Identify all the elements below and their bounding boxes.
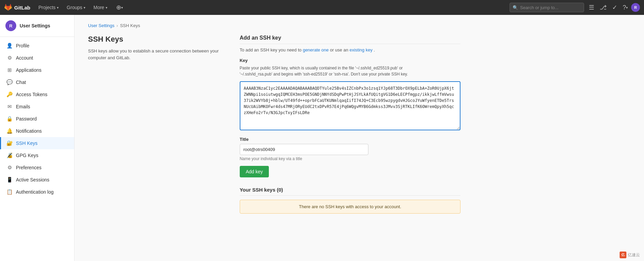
access-tokens-icon: 🔑 [6, 91, 13, 97]
title-field-label: Title [240, 137, 460, 142]
sidebar-item-ssh-keys[interactable]: 🔐 SSH Keys [0, 137, 74, 149]
breadcrumb-parent[interactable]: User Settings [88, 23, 114, 28]
nav-more[interactable]: More ▾ [91, 3, 110, 12]
form-intro: To add an SSH key you need to generate o… [240, 47, 460, 52]
sidebar-item-label: Active Sessions [16, 177, 49, 182]
sidebar-item-profile[interactable]: 👤 Profile [0, 40, 74, 52]
sidebar-item-password[interactable]: 🔒 Password [0, 113, 74, 125]
sidebar-item-label: Emails [16, 104, 30, 109]
watermark-logo: 亿 [620, 252, 626, 258]
sidebar-item-label: Authentication log [16, 189, 53, 195]
sidebar-item-label: GPG Keys [16, 153, 38, 158]
search-box[interactable]: 🔍 [510, 3, 584, 12]
breadcrumb-separator: › [116, 23, 118, 28]
generate-one-link[interactable]: generate one [303, 47, 329, 52]
sidebar-item-label: Password [16, 116, 37, 122]
sidebar-item-applications[interactable]: ⊞ Applications [0, 64, 74, 76]
topnav-right-actions: ☰ ⎇ ✓ ? ▾ R [587, 2, 640, 13]
sidebar-item-label: Account [16, 55, 33, 61]
nav-projects[interactable]: Projects ▾ [36, 3, 62, 12]
breadcrumb: User Settings › SSH Keys [88, 23, 630, 28]
auth-log-icon: 📋 [6, 189, 13, 195]
sidebar-item-label: Notifications [16, 128, 42, 134]
chevron-down-icon: ▾ [626, 6, 628, 9]
notifications-icon: 🔔 [6, 128, 13, 134]
existing-key-link[interactable]: existing key [349, 47, 372, 52]
chevron-down-icon: ▾ [57, 6, 59, 9]
search-icon: 🔍 [513, 5, 518, 10]
brand-logo[interactable]: GitLab [4, 3, 30, 12]
chat-icon: 💬 [6, 79, 13, 85]
password-icon: 🔒 [6, 116, 13, 122]
sidebar-item-access-tokens[interactable]: 🔑 Access Tokens [0, 88, 74, 101]
watermark-text: 亿速云 [628, 252, 640, 258]
left-panel: SSH Keys SSH keys allow you to establish… [88, 35, 226, 214]
main-content: User Settings › SSH Keys SSH Keys SSH ke… [74, 15, 644, 261]
terminal-button[interactable]: ☰ [587, 2, 596, 13]
chevron-down-icon: ▾ [121, 6, 123, 9]
search-input[interactable] [520, 5, 581, 10]
sidebar-item-chat[interactable]: 💬 Chat [0, 76, 74, 88]
sidebar-item-preferences[interactable]: ⚙ Preferences [0, 161, 74, 174]
sidebar-item-label: Profile [16, 43, 29, 48]
sidebar-item-label: Access Tokens [16, 92, 47, 97]
sidebar-avatar: R [5, 20, 16, 31]
merge-request-button[interactable]: ⎇ [598, 2, 609, 13]
emails-icon: ✉ [6, 104, 13, 110]
sidebar-item-label: Preferences [16, 165, 41, 170]
new-item-button[interactable]: ⊕ ▾ [114, 2, 125, 13]
watermark: 亿 亿速云 [620, 252, 640, 258]
sidebar-item-auth-log[interactable]: 📋 Authentication log [0, 186, 74, 198]
user-avatar[interactable]: R [631, 3, 640, 12]
title-hint: Name your individual key via a title [240, 156, 460, 161]
applications-icon: ⊞ [6, 67, 13, 73]
form-heading: Add an SSH key [240, 35, 460, 44]
sidebar-item-label: SSH Keys [16, 140, 38, 146]
chevron-down-icon: ▾ [84, 6, 85, 9]
active-sessions-icon: 📱 [6, 177, 13, 183]
content-grid: SSH Keys SSH keys allow you to establish… [88, 35, 460, 214]
account-icon: ⚙ [6, 55, 13, 61]
help-button[interactable]: ? ▾ [621, 2, 630, 13]
breadcrumb-current: SSH Keys [120, 23, 140, 28]
sidebar: R User Settings 👤 Profile ⚙ Account ⊞ Ap… [0, 15, 74, 261]
key-textarea[interactable]: AAAAB3NzaC1yc2EAAAADAQABAAABAQDTYule25Bv… [240, 81, 460, 130]
sidebar-title: User Settings [20, 23, 50, 28]
form-section: Add an SSH key To add an SSH key you nee… [240, 35, 460, 214]
title-input[interactable] [240, 144, 368, 155]
page-title: SSH Keys [88, 35, 226, 44]
profile-icon: 👤 [6, 43, 13, 49]
key-description: Paste your public SSH key, which is usua… [240, 65, 460, 77]
gitlab-logo-icon [4, 3, 12, 12]
sidebar-item-account[interactable]: ⚙ Account [0, 52, 74, 64]
top-navigation: GitLab Projects ▾ Groups ▾ More ▾ ⊕ ▾ 🔍 … [0, 0, 644, 15]
brand-name: GitLab [14, 5, 30, 10]
key-field-label: Key [240, 58, 460, 63]
page-layout: R User Settings 👤 Profile ⚙ Account ⊞ Ap… [0, 15, 644, 261]
sidebar-header: R User Settings [0, 20, 74, 37]
page-description: SSH keys allow you to establish a secure… [88, 48, 226, 61]
sidebar-item-label: Applications [16, 67, 42, 73]
preferences-icon: ⚙ [6, 165, 13, 171]
sidebar-item-gpg-keys[interactable]: 🔏 GPG Keys [0, 149, 74, 161]
ssh-keys-section: Your SSH keys (0) There are no SSH keys … [240, 187, 460, 214]
chevron-down-icon: ▾ [106, 6, 107, 9]
plus-icon: ⊕ [116, 4, 121, 11]
gpg-keys-icon: 🔏 [6, 152, 13, 158]
nav-groups[interactable]: Groups ▾ [64, 3, 88, 12]
your-ssh-keys-heading: Your SSH keys (0) [240, 187, 460, 196]
no-keys-alert: There are no SSH keys with access to you… [240, 200, 460, 214]
add-key-button[interactable]: Add key [240, 166, 269, 177]
sidebar-item-active-sessions[interactable]: 📱 Active Sessions [0, 174, 74, 186]
ssh-keys-icon: 🔐 [6, 140, 13, 146]
sidebar-item-emails[interactable]: ✉ Emails [0, 101, 74, 113]
sidebar-item-label: Chat [16, 80, 26, 85]
sidebar-item-notifications[interactable]: 🔔 Notifications [0, 125, 74, 137]
issues-button[interactable]: ✓ [610, 2, 619, 13]
